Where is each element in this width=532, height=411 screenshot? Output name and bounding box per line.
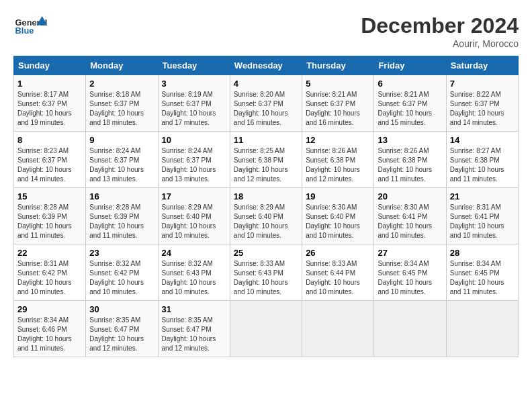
day-info: Sunrise: 8:21 AMSunset: 6:37 PMDaylight:… xyxy=(378,90,442,128)
day-info: Sunrise: 8:29 AMSunset: 6:40 PMDaylight:… xyxy=(162,203,226,240)
calendar-cell: 9Sunrise: 8:24 AMSunset: 6:37 PMDaylight… xyxy=(86,132,158,188)
calendar-cell: 15Sunrise: 8:28 AMSunset: 6:39 PMDayligh… xyxy=(14,188,86,244)
day-number: 22 xyxy=(17,248,82,258)
calendar-cell xyxy=(230,301,302,357)
day-info: Sunrise: 8:28 AMSunset: 6:39 PMDaylight:… xyxy=(17,203,82,240)
day-number: 14 xyxy=(450,135,515,145)
day-info: Sunrise: 8:33 AMSunset: 6:43 PMDaylight:… xyxy=(234,259,298,297)
day-info: Sunrise: 8:25 AMSunset: 6:38 PMDaylight:… xyxy=(234,146,298,184)
day-number: 13 xyxy=(378,135,442,145)
month-title: December 2024 xyxy=(361,13,519,38)
day-number: 10 xyxy=(162,135,226,145)
calendar-cell: 28Sunrise: 8:34 AMSunset: 6:45 PMDayligh… xyxy=(446,244,518,301)
day-number: 24 xyxy=(162,248,226,258)
day-info: Sunrise: 8:17 AMSunset: 6:37 PMDaylight:… xyxy=(17,90,82,128)
day-info: Sunrise: 8:23 AMSunset: 6:37 PMDaylight:… xyxy=(17,146,82,184)
calendar-cell: 19Sunrise: 8:30 AMSunset: 6:40 PMDayligh… xyxy=(302,188,374,244)
weekday-header-saturday: Saturday xyxy=(446,56,518,75)
day-info: Sunrise: 8:18 AMSunset: 6:37 PMDaylight:… xyxy=(89,90,154,128)
calendar-cell xyxy=(446,301,518,357)
calendar-row-3: 15Sunrise: 8:28 AMSunset: 6:39 PMDayligh… xyxy=(14,188,519,244)
weekday-header-row: SundayMondayTuesdayWednesdayThursdayFrid… xyxy=(14,56,519,75)
day-number: 7 xyxy=(450,79,515,89)
day-number: 26 xyxy=(306,248,370,258)
day-number: 8 xyxy=(17,135,82,145)
calendar-cell: 24Sunrise: 8:32 AMSunset: 6:43 PMDayligh… xyxy=(158,244,230,301)
day-number: 29 xyxy=(17,304,82,314)
day-info: Sunrise: 8:27 AMSunset: 6:38 PMDaylight:… xyxy=(450,146,515,184)
day-number: 12 xyxy=(306,135,370,145)
calendar-cell: 11Sunrise: 8:25 AMSunset: 6:38 PMDayligh… xyxy=(230,132,302,188)
day-info: Sunrise: 8:33 AMSunset: 6:44 PMDaylight:… xyxy=(306,259,370,297)
calendar-table: SundayMondayTuesdayWednesdayThursdayFrid… xyxy=(13,56,519,357)
calendar-cell: 20Sunrise: 8:30 AMSunset: 6:41 PMDayligh… xyxy=(374,188,446,244)
calendar-cell: 10Sunrise: 8:24 AMSunset: 6:37 PMDayligh… xyxy=(158,132,230,188)
calendar-cell: 2Sunrise: 8:18 AMSunset: 6:37 PMDaylight… xyxy=(86,75,158,132)
svg-text:Blue: Blue xyxy=(15,26,34,36)
day-info: Sunrise: 8:29 AMSunset: 6:40 PMDaylight:… xyxy=(234,203,298,240)
logo: General Blue xyxy=(13,13,50,40)
day-number: 2 xyxy=(89,79,154,89)
day-info: Sunrise: 8:32 AMSunset: 6:43 PMDaylight:… xyxy=(162,259,226,297)
calendar-cell: 13Sunrise: 8:26 AMSunset: 6:38 PMDayligh… xyxy=(374,132,446,188)
calendar-cell: 27Sunrise: 8:34 AMSunset: 6:45 PMDayligh… xyxy=(374,244,446,301)
page-header: General Blue December 2024 Aourir, Moroc… xyxy=(13,13,519,49)
calendar-cell: 18Sunrise: 8:29 AMSunset: 6:40 PMDayligh… xyxy=(230,188,302,244)
day-info: Sunrise: 8:34 AMSunset: 6:46 PMDaylight:… xyxy=(17,316,82,353)
day-number: 17 xyxy=(162,191,226,201)
day-info: Sunrise: 8:30 AMSunset: 6:40 PMDaylight:… xyxy=(306,203,370,240)
day-number: 28 xyxy=(450,248,515,258)
day-number: 6 xyxy=(378,79,442,89)
calendar-cell: 12Sunrise: 8:26 AMSunset: 6:38 PMDayligh… xyxy=(302,132,374,188)
weekday-header-tuesday: Tuesday xyxy=(158,56,230,75)
calendar-cell: 1Sunrise: 8:17 AMSunset: 6:37 PMDaylight… xyxy=(14,75,86,132)
day-number: 18 xyxy=(234,191,298,201)
day-info: Sunrise: 8:26 AMSunset: 6:38 PMDaylight:… xyxy=(306,146,370,184)
day-number: 15 xyxy=(17,191,82,201)
calendar-cell: 26Sunrise: 8:33 AMSunset: 6:44 PMDayligh… xyxy=(302,244,374,301)
calendar-cell: 30Sunrise: 8:35 AMSunset: 6:47 PMDayligh… xyxy=(86,301,158,357)
day-number: 23 xyxy=(89,248,154,258)
calendar-cell xyxy=(302,301,374,357)
day-number: 30 xyxy=(89,304,154,314)
calendar-cell: 14Sunrise: 8:27 AMSunset: 6:38 PMDayligh… xyxy=(446,132,518,188)
day-info: Sunrise: 8:31 AMSunset: 6:42 PMDaylight:… xyxy=(17,259,82,297)
logo-svg: General Blue xyxy=(13,13,47,40)
day-info: Sunrise: 8:20 AMSunset: 6:37 PMDaylight:… xyxy=(234,90,298,128)
weekday-header-monday: Monday xyxy=(86,56,158,75)
day-number: 16 xyxy=(89,191,154,201)
calendar-cell: 4Sunrise: 8:20 AMSunset: 6:37 PMDaylight… xyxy=(230,75,302,132)
day-info: Sunrise: 8:28 AMSunset: 6:39 PMDaylight:… xyxy=(89,203,154,240)
calendar-cell: 29Sunrise: 8:34 AMSunset: 6:46 PMDayligh… xyxy=(14,301,86,357)
day-info: Sunrise: 8:31 AMSunset: 6:41 PMDaylight:… xyxy=(450,203,515,240)
weekday-header-sunday: Sunday xyxy=(14,56,86,75)
calendar-cell: 17Sunrise: 8:29 AMSunset: 6:40 PMDayligh… xyxy=(158,188,230,244)
day-info: Sunrise: 8:35 AMSunset: 6:47 PMDaylight:… xyxy=(162,316,226,353)
calendar-cell: 22Sunrise: 8:31 AMSunset: 6:42 PMDayligh… xyxy=(14,244,86,301)
calendar-row-2: 8Sunrise: 8:23 AMSunset: 6:37 PMDaylight… xyxy=(14,132,519,188)
day-info: Sunrise: 8:34 AMSunset: 6:45 PMDaylight:… xyxy=(378,259,442,297)
calendar-cell: 8Sunrise: 8:23 AMSunset: 6:37 PMDaylight… xyxy=(14,132,86,188)
day-number: 1 xyxy=(17,79,82,89)
calendar-cell: 3Sunrise: 8:19 AMSunset: 6:37 PMDaylight… xyxy=(158,75,230,132)
day-number: 5 xyxy=(306,79,370,89)
day-number: 11 xyxy=(234,135,298,145)
day-info: Sunrise: 8:34 AMSunset: 6:45 PMDaylight:… xyxy=(450,259,515,297)
calendar-cell: 23Sunrise: 8:32 AMSunset: 6:42 PMDayligh… xyxy=(86,244,158,301)
day-info: Sunrise: 8:24 AMSunset: 6:37 PMDaylight:… xyxy=(89,146,154,184)
day-number: 31 xyxy=(162,304,226,314)
day-number: 25 xyxy=(234,248,298,258)
day-number: 3 xyxy=(162,79,226,89)
calendar-cell: 25Sunrise: 8:33 AMSunset: 6:43 PMDayligh… xyxy=(230,244,302,301)
calendar-cell: 7Sunrise: 8:22 AMSunset: 6:37 PMDaylight… xyxy=(446,75,518,132)
day-info: Sunrise: 8:21 AMSunset: 6:37 PMDaylight:… xyxy=(306,90,370,128)
day-info: Sunrise: 8:22 AMSunset: 6:37 PMDaylight:… xyxy=(450,90,515,128)
title-block: December 2024 Aourir, Morocco xyxy=(361,13,519,49)
calendar-cell: 31Sunrise: 8:35 AMSunset: 6:47 PMDayligh… xyxy=(158,301,230,357)
day-info: Sunrise: 8:30 AMSunset: 6:41 PMDaylight:… xyxy=(378,203,442,240)
day-number: 20 xyxy=(378,191,442,201)
calendar-cell xyxy=(374,301,446,357)
day-number: 21 xyxy=(450,191,515,201)
calendar-cell: 5Sunrise: 8:21 AMSunset: 6:37 PMDaylight… xyxy=(302,75,374,132)
day-number: 9 xyxy=(89,135,154,145)
